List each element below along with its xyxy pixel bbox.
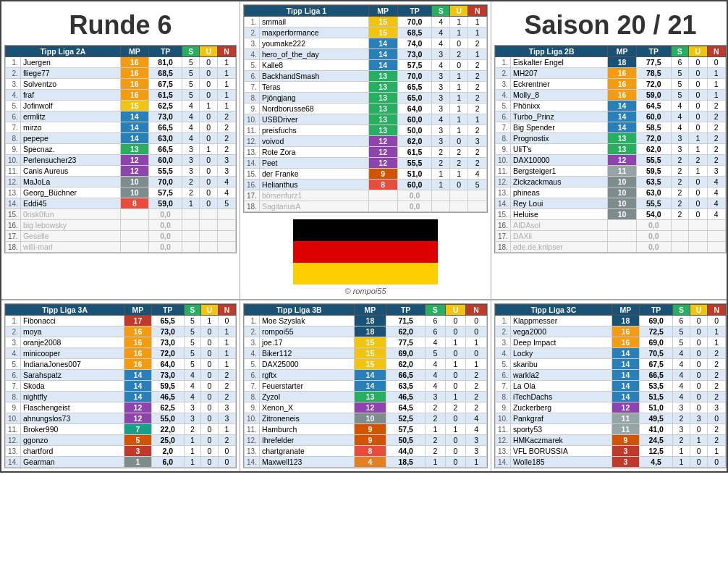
n-cell: 0 — [708, 413, 726, 424]
u-cell: 1 — [449, 82, 467, 93]
rank-cell: 18. — [245, 201, 260, 212]
n-cell: 1 — [466, 359, 487, 370]
u-cell: 3 — [690, 413, 708, 424]
rank-cell: 5. — [245, 60, 260, 71]
u-cell — [449, 190, 467, 201]
rank-cell: 14. — [496, 198, 511, 209]
s-cell: 4 — [184, 370, 200, 381]
mp-cell: 1 — [124, 457, 151, 468]
rank-cell: 1. — [496, 316, 511, 326]
mp-cell: 15 — [368, 28, 397, 38]
mp-cell: 12 — [121, 166, 149, 177]
u-cell: 1 — [445, 337, 466, 348]
name-cell: DAX25000 — [259, 359, 354, 370]
rank-cell: 4. — [496, 90, 511, 101]
table-row: 1.Moe Szyslak1871,5600 — [245, 316, 487, 326]
n-cell: 1 — [708, 337, 726, 348]
table-row: 3.Eckrentner1672,0501 — [496, 79, 726, 90]
u-cell: 0 — [200, 326, 218, 337]
tp-cell: 0,0 — [148, 242, 182, 253]
u-cell: 0 — [200, 446, 218, 457]
s-cell — [182, 242, 200, 253]
mp-cell: 10 — [608, 209, 637, 220]
rank-cell: 11. — [6, 166, 21, 177]
tp-cell: 77,5 — [386, 337, 426, 348]
mp-cell: 16 — [611, 326, 639, 337]
table-row: 3.youmake2221474,0402 — [245, 38, 487, 49]
rank-cell: 9. — [496, 402, 511, 413]
tp-cell: 62,0 — [636, 144, 671, 155]
mp-cell: 18 — [354, 326, 386, 337]
table-row: 12.voivod1262,0303 — [245, 136, 487, 147]
u-cell: 1 — [449, 125, 467, 136]
s-cell: 2 — [426, 402, 446, 413]
mp-cell: 14 — [354, 381, 386, 392]
mp-cell: 17 — [124, 316, 151, 326]
n-cell: 3 — [466, 435, 487, 446]
center-top-panel: Tipp Liga 1 MP TP S U N 1.smmail1570,041… — [240, 1, 491, 299]
rank-cell: 5. — [6, 359, 21, 370]
mp-cell: 13 — [368, 71, 397, 82]
rank-cell: 5. — [6, 101, 21, 111]
tp-cell: 73,0 — [151, 326, 184, 337]
u-cell: 0 — [200, 166, 218, 177]
mp-cell: 8 — [121, 198, 149, 209]
title-left: Runde 6 — [4, 4, 237, 45]
u-cell: 0 — [200, 155, 218, 166]
rank-cell: 14. — [245, 457, 260, 468]
u-cell: 0 — [200, 187, 218, 198]
top-row: Runde 6 Tipp Liga 2A MP TP S U N 1.Juerg… — [1, 1, 727, 300]
n-cell: 2 — [708, 359, 726, 370]
rank-cell: 18. — [6, 242, 21, 253]
s-cell: 2 — [182, 177, 200, 187]
mp-cell: 11 — [608, 166, 637, 177]
rank-cell: 2. — [496, 68, 511, 79]
tp-cell: 77,5 — [636, 57, 671, 68]
rank-cell: 13. — [6, 446, 21, 457]
u-cell: 0 — [445, 381, 466, 392]
table-row: 7.Skoda1459,5402 — [6, 381, 236, 392]
mp-cell: 3 — [124, 446, 151, 457]
tp-cell: 0,0 — [148, 209, 182, 220]
tp-cell: 50,0 — [397, 125, 432, 136]
mp-cell: 15 — [354, 348, 386, 359]
u-cell: 1 — [689, 133, 707, 144]
n-cell: 1 — [468, 28, 487, 38]
tp-cell: 64,0 — [151, 359, 184, 370]
mp-cell: 10 — [608, 198, 637, 209]
liga3c-title: Tipp Liga 3C — [496, 305, 612, 316]
s-cell: 4 — [432, 38, 449, 49]
title-right: Saison 20 / 21 — [494, 4, 727, 45]
mp-cell: 14 — [121, 122, 149, 133]
s-cell: 3 — [182, 155, 200, 166]
u-cell: 1 — [689, 166, 707, 177]
tp-cell: 0,0 — [397, 201, 432, 212]
n-cell: 0 — [707, 57, 725, 68]
mp-cell: 14 — [124, 392, 151, 402]
tp-cell: 61,5 — [397, 147, 432, 158]
table-row: 4.Locky1470,5402 — [496, 348, 726, 359]
name-cell: IndianaJones007 — [20, 359, 124, 370]
table-row: 8.Zyzol1346,5312 — [245, 392, 487, 402]
tp-cell: 44,0 — [386, 446, 426, 457]
liga3c-panel: Tipp Liga 3C MP TP S U N 1.Klappmesser18… — [491, 300, 728, 471]
tp-cell: 0,0 — [397, 190, 432, 201]
n-cell: 2 — [708, 435, 726, 446]
mp-cell: 14 — [611, 370, 639, 381]
name-cell: SagitariusA — [259, 201, 368, 212]
name-cell: joe.17 — [259, 337, 354, 348]
name-cell: börsenfurz1 — [259, 190, 368, 201]
n-cell: 1 — [708, 446, 726, 457]
table-row: 13.Georg_Büchner1057,5204 — [6, 187, 236, 198]
name-cell: Sarahspatz — [20, 370, 124, 381]
tp-cell: 46,5 — [151, 392, 184, 402]
u-cell: 0 — [200, 359, 218, 370]
s-cell: 3 — [432, 82, 449, 93]
rank-cell: 3. — [245, 38, 260, 49]
s-cell: 1 — [426, 457, 446, 468]
mp-cell: 16 — [611, 337, 639, 348]
mp-cell — [121, 220, 149, 231]
name-cell: Xenon_X — [259, 402, 354, 413]
s-cell: 3 — [432, 71, 449, 82]
liga3a-title: Tipp Liga 3A — [6, 305, 124, 316]
